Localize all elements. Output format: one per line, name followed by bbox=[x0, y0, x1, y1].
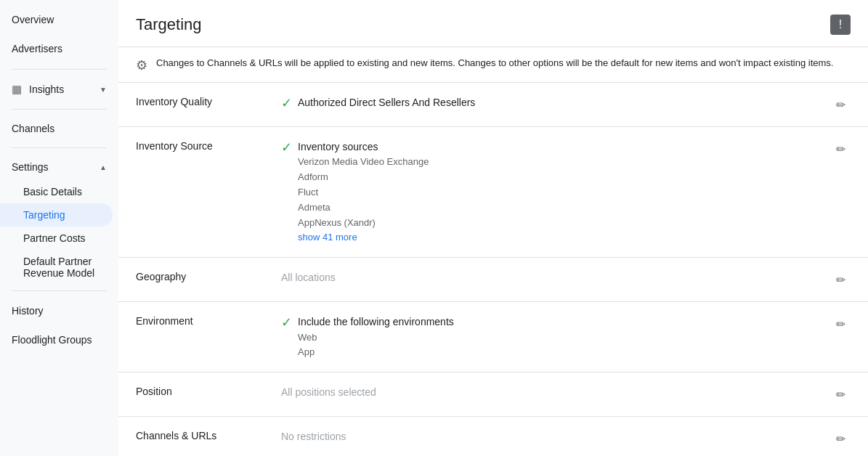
info-banner-text: Changes to Channels & URLs will be appli… bbox=[156, 56, 833, 70]
sidebar-divider-4 bbox=[12, 290, 107, 291]
table-row: Environment ✓ Include the following envi… bbox=[118, 302, 868, 372]
page-header: Targeting ! bbox=[118, 0, 868, 47]
edit-button-environment[interactable]: ✏ bbox=[830, 314, 851, 334]
row-content-inventory-quality: ✓ Authorized Direct Sellers And Reseller… bbox=[281, 94, 819, 111]
sub-value-app: App bbox=[298, 345, 454, 360]
edit-button-position[interactable]: ✏ bbox=[830, 384, 851, 404]
gray-value: All positions selected bbox=[281, 384, 376, 400]
sidebar: Overview Advertisers ▦ Insights ▼ Channe… bbox=[0, 0, 118, 456]
sub-value-3: Fluct bbox=[298, 185, 429, 200]
sub-value-1: Verizon Media Video Exchange bbox=[298, 155, 429, 170]
row-content-channels-urls: No restrictions bbox=[281, 428, 819, 444]
sidebar-item-history[interactable]: History bbox=[0, 297, 113, 326]
edit-button-inventory-source[interactable]: ✏ bbox=[830, 139, 851, 159]
sub-value-2: Adform bbox=[298, 170, 429, 185]
floodlight-groups-label: Floodlight Groups bbox=[12, 333, 92, 348]
basic-details-label: Basic Details bbox=[23, 186, 82, 198]
sidebar-item-overview[interactable]: Overview bbox=[0, 6, 113, 35]
show-more-link[interactable]: show 41 more bbox=[298, 230, 429, 245]
channels-label: Channels bbox=[12, 123, 54, 134]
sub-value-5: AppNexus (Xandr) bbox=[298, 216, 429, 231]
table-row: Inventory Quality ✓ Authorized Direct Se… bbox=[118, 83, 868, 127]
sidebar-item-floodlight-groups[interactable]: Floodlight Groups bbox=[0, 326, 113, 355]
partner-costs-label: Partner Costs bbox=[23, 232, 86, 244]
notification-button[interactable]: ! bbox=[830, 15, 851, 35]
row-content-environment: ✓ Include the following environments Web… bbox=[281, 314, 819, 360]
insights-label: Insights bbox=[29, 84, 64, 95]
main-value: Inventory sources bbox=[298, 139, 429, 155]
check-icon: ✓ bbox=[281, 314, 292, 330]
row-value: Inventory sources Verizon Media Video Ex… bbox=[298, 139, 429, 245]
gray-value: All locations bbox=[281, 269, 336, 285]
row-value: Include the following environments Web A… bbox=[298, 314, 454, 360]
row-edit: ✏ bbox=[819, 94, 851, 115]
main-content: Targeting ! ⚙ Changes to Channels & URLs… bbox=[118, 0, 868, 456]
row-label-position: Position bbox=[136, 384, 281, 397]
row-label-geography: Geography bbox=[136, 269, 281, 282]
targeting-table: Inventory Quality ✓ Authorized Direct Se… bbox=[118, 83, 868, 456]
sidebar-item-basic-details[interactable]: Basic Details bbox=[0, 180, 113, 203]
sidebar-divider bbox=[12, 69, 107, 70]
edit-button-geography[interactable]: ✏ bbox=[830, 269, 851, 290]
main-value: Include the following environments bbox=[298, 314, 454, 330]
row-value: Authorized Direct Sellers And Resellers bbox=[298, 94, 475, 110]
default-partner-revenue-model-label: Default Partner Revenue Model bbox=[23, 256, 94, 279]
table-row: Position All positions selected ✏ bbox=[118, 372, 868, 417]
settings-label: Settings bbox=[12, 161, 49, 173]
sidebar-divider-2 bbox=[12, 109, 107, 110]
sidebar-item-advertisers[interactable]: Advertisers bbox=[0, 35, 113, 64]
history-label: History bbox=[12, 304, 44, 319]
row-content-position: All positions selected bbox=[281, 384, 819, 400]
row-edit: ✏ bbox=[819, 314, 851, 334]
row-label-inventory-quality: Inventory Quality bbox=[136, 94, 281, 107]
row-label-inventory-source: Inventory Source bbox=[136, 139, 281, 152]
sub-value-web: Web bbox=[298, 330, 454, 346]
sidebar-item-targeting[interactable]: Targeting bbox=[0, 203, 113, 227]
info-banner: ⚙ Changes to Channels & URLs will be app… bbox=[118, 47, 868, 83]
sidebar-item-default-partner-revenue-model[interactable]: Default Partner Revenue Model bbox=[0, 250, 113, 285]
table-row: Channels & URLs No restrictions ✏ bbox=[118, 417, 868, 456]
gear-icon: ⚙ bbox=[136, 57, 147, 73]
row-value: All positions selected bbox=[281, 384, 376, 400]
sub-value-4: Admeta bbox=[298, 200, 429, 216]
row-value: All locations bbox=[281, 269, 336, 285]
main-value: Authorized Direct Sellers And Resellers bbox=[298, 94, 475, 110]
sidebar-section-settings[interactable]: Settings ▲ bbox=[0, 154, 118, 180]
sidebar-item-label: Advertisers bbox=[12, 42, 62, 57]
sidebar-section-insights[interactable]: ▦ Insights ▼ bbox=[0, 76, 118, 103]
targeting-label: Targeting bbox=[23, 209, 65, 221]
table-row: Geography All locations ✏ bbox=[118, 258, 868, 302]
check-icon: ✓ bbox=[281, 95, 292, 111]
row-edit: ✏ bbox=[819, 428, 851, 449]
row-edit: ✏ bbox=[819, 384, 851, 404]
row-edit: ✏ bbox=[819, 269, 851, 290]
row-label-environment: Environment bbox=[136, 314, 281, 327]
row-label-channels-urls: Channels & URLs bbox=[136, 428, 281, 441]
sidebar-item-partner-costs[interactable]: Partner Costs bbox=[0, 227, 113, 250]
row-content-inventory-source: ✓ Inventory sources Verizon Media Video … bbox=[281, 139, 819, 245]
sidebar-section-channels[interactable]: Channels bbox=[0, 115, 118, 142]
sidebar-divider-3 bbox=[12, 147, 107, 148]
gray-value: No restrictions bbox=[281, 428, 346, 444]
edit-button-inventory-quality[interactable]: ✏ bbox=[830, 94, 851, 115]
notification-icon-symbol: ! bbox=[839, 18, 842, 31]
edit-button-channels-urls[interactable]: ✏ bbox=[830, 428, 851, 449]
bar-chart-icon: ▦ bbox=[12, 83, 22, 96]
row-value: No restrictions bbox=[281, 428, 346, 444]
row-content-geography: All locations bbox=[281, 269, 819, 285]
page-title: Targeting bbox=[136, 15, 202, 34]
sidebar-item-label: Overview bbox=[12, 13, 54, 28]
table-row: Inventory Source ✓ Inventory sources Ver… bbox=[118, 127, 868, 258]
chevron-up-icon: ▲ bbox=[100, 163, 107, 171]
chevron-down-icon: ▼ bbox=[100, 86, 107, 94]
check-icon: ✓ bbox=[281, 139, 292, 155]
row-edit: ✏ bbox=[819, 139, 851, 159]
